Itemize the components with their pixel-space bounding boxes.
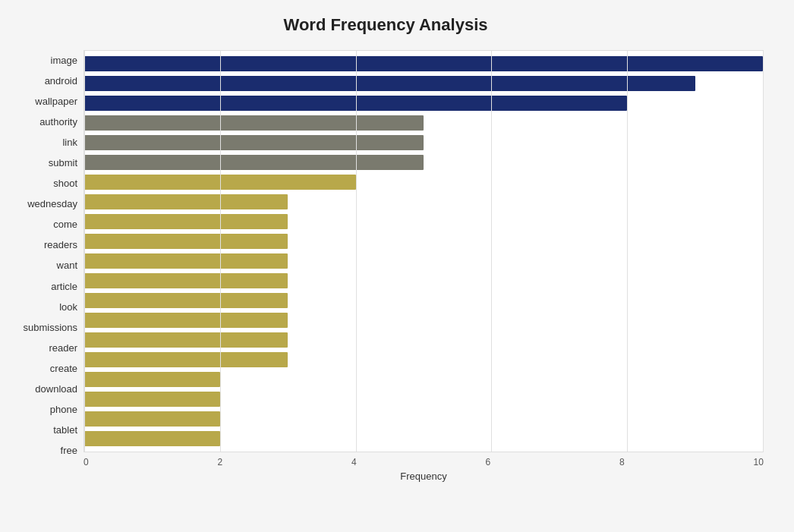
chart-title: Word Frequency Analysis <box>8 15 764 35</box>
bar-row <box>84 409 763 429</box>
bar-row <box>84 93 763 113</box>
y-label: image <box>51 51 77 71</box>
x-tick: 10 <box>754 457 764 467</box>
bar <box>84 115 424 131</box>
bar <box>84 234 288 249</box>
bar-row <box>84 113 763 133</box>
x-axis-label: Frequency <box>83 471 764 482</box>
y-label: create <box>50 358 77 378</box>
bar <box>84 175 356 190</box>
y-label: article <box>51 276 77 296</box>
x-tick: 2 <box>218 457 223 467</box>
bar-row <box>84 251 763 271</box>
bar <box>84 392 220 407</box>
bars-area <box>83 50 764 452</box>
y-axis: imageandroidwallpaperauthoritylinksubmit… <box>8 50 83 461</box>
x-tick: 4 <box>351 457 357 467</box>
bar <box>84 313 288 328</box>
y-label: shoot <box>53 174 77 194</box>
bar <box>84 293 288 308</box>
y-label: submit <box>49 153 77 173</box>
grid-line <box>763 51 764 452</box>
bar <box>84 96 627 111</box>
bar <box>84 273 288 288</box>
y-label: link <box>62 133 77 153</box>
bar <box>84 194 288 209</box>
y-label: authority <box>39 112 77 132</box>
y-label: android <box>45 71 77 91</box>
y-label: wednesday <box>27 194 77 214</box>
bar-row <box>84 310 763 330</box>
y-label: readers <box>44 235 77 255</box>
bar <box>84 56 763 71</box>
bar <box>84 372 220 387</box>
y-label: wallpaper <box>35 92 77 112</box>
bar-row <box>84 172 763 192</box>
x-tick: 0 <box>83 457 89 467</box>
x-axis: 0246810 Frequency <box>83 457 764 482</box>
bar <box>84 411 220 427</box>
y-label: free <box>61 440 77 460</box>
bar <box>84 135 424 150</box>
bar-row <box>84 350 763 370</box>
bar <box>84 431 220 446</box>
y-label: submissions <box>23 317 77 337</box>
bar-row <box>84 153 763 172</box>
bar-row <box>84 389 763 409</box>
y-label: phone <box>50 399 77 419</box>
y-label: reader <box>49 338 77 357</box>
bar-row <box>84 74 763 93</box>
bars-and-xaxis: 0246810 Frequency <box>83 50 764 461</box>
bar-row <box>84 271 763 291</box>
bar-row <box>84 370 763 389</box>
y-label: download <box>35 379 77 398</box>
bar-row <box>84 192 763 212</box>
y-label: come <box>53 215 77 235</box>
bar-row <box>84 291 763 310</box>
x-tick: 6 <box>486 457 491 467</box>
bar-row <box>84 231 763 251</box>
y-label: look <box>59 297 77 316</box>
bar-row <box>84 429 763 449</box>
bar-row <box>84 54 763 74</box>
bar <box>84 76 695 91</box>
chart-area: imageandroidwallpaperauthoritylinksubmit… <box>8 50 764 461</box>
bar <box>84 352 288 367</box>
bar <box>84 214 288 229</box>
bar-row <box>84 330 763 350</box>
chart-container: Word Frequency Analysis imageandroidwall… <box>0 0 794 532</box>
bar <box>84 155 424 170</box>
bar <box>84 253 288 269</box>
bar-row <box>84 212 763 231</box>
bar-row <box>84 133 763 153</box>
y-label: want <box>57 256 77 275</box>
bar <box>84 332 288 348</box>
x-tick: 8 <box>619 457 625 467</box>
y-label: tablet <box>53 420 77 439</box>
